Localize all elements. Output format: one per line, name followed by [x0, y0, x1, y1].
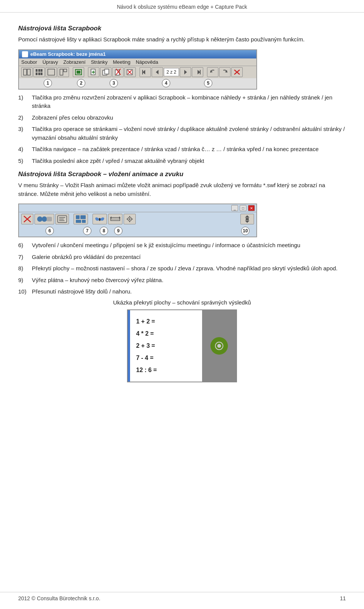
- svg-rect-5: [36, 73, 38, 75]
- list-num-2: 2): [18, 114, 32, 122]
- list-text-8: Překrytí plochy – možnosti nastavení – s…: [32, 264, 346, 273]
- list-text-7: Galerie obrázků pro vkládání do prezenta…: [32, 253, 346, 262]
- delete-page-btn[interactable]: [112, 67, 124, 77]
- section2-intro: V menu Stránky – Vložit Flash animaci mů…: [18, 181, 346, 198]
- grey-overlay: [202, 310, 236, 382]
- layout-btn4[interactable]: [58, 67, 69, 77]
- nav-prev-btn[interactable]: [152, 67, 163, 77]
- list-section-1: 1) Tlačítka pro změnu rozvržení zobrazen…: [18, 93, 346, 166]
- list-text-9: Výřez plátna – kruhový nebo čtvercový vý…: [32, 276, 346, 285]
- nav-last-btn[interactable]: [192, 67, 203, 77]
- layout-btn2[interactable]: [33, 67, 45, 77]
- overlay-resize-btn[interactable]: [108, 214, 122, 224]
- toolbar1-menubar[interactable]: Soubor Úpravy Zobrazení Stránky Meeting …: [19, 58, 256, 66]
- list-item-3: 3) Tlačítka pro operace se stránkami – v…: [18, 125, 346, 142]
- menu-napoveda[interactable]: Nápověda: [136, 59, 158, 65]
- svg-marker-58: [245, 215, 249, 218]
- page-footer: 2012 © Consulta Bürotechnik s.r.o. 11: [0, 592, 364, 601]
- list-num-8: 8): [18, 264, 32, 273]
- section2-title: Nástrojová lišta Scrapbook – vložení ani…: [18, 170, 346, 178]
- list-num-1: 1): [18, 93, 32, 110]
- svg-point-37: [42, 216, 47, 222]
- minimize-btn[interactable]: _: [231, 205, 238, 211]
- svg-rect-9: [60, 69, 63, 75]
- list-text-6: Vytvoření / ukončení meetingu / připojen…: [32, 241, 346, 250]
- num-label-1: 1: [44, 79, 52, 87]
- close-btn[interactable]: ✕: [248, 205, 255, 211]
- list-num-3: 3): [18, 125, 32, 142]
- svg-marker-59: [245, 221, 249, 223]
- math-content: 1 + 2 = 4 * 2 = 2 + 3 = 7 - 4 = 12 : 6 =: [130, 310, 202, 382]
- delete-obj-btn[interactable]: [231, 67, 243, 77]
- math-line-2: 4 * 2 =: [136, 328, 196, 340]
- duplicate-page-btn[interactable]: [100, 67, 111, 77]
- svg-rect-46: [82, 220, 86, 223]
- overlay-circle: [210, 337, 228, 355]
- svg-rect-6: [38, 73, 40, 75]
- num-label-4: 4: [162, 79, 170, 87]
- page-header: Návod k obsluze systému eBeam edge + Cap…: [0, 0, 364, 13]
- svg-marker-24: [143, 70, 145, 74]
- svg-point-47: [99, 218, 100, 221]
- menu-stranky[interactable]: Stránky: [91, 59, 108, 65]
- layout-btn1[interactable]: [21, 67, 33, 77]
- meeting-join-btn[interactable]: [35, 214, 54, 224]
- meeting-info-btn[interactable]: [55, 214, 69, 224]
- list-text-3: Tlačítka pro operace se stránkami – vlož…: [32, 125, 346, 142]
- menu-meeting[interactable]: Meeting: [113, 59, 130, 65]
- toolbar1-titlebar: eBeam Scrapbook: beze jména1: [19, 50, 256, 58]
- math-line-3: 2 + 3 =: [136, 340, 196, 352]
- list-num-5: 5): [18, 157, 32, 166]
- nav-first-btn[interactable]: [140, 67, 151, 77]
- list-text-5: Tlačítka poslední akce zpět / vpřed / sm…: [32, 157, 346, 166]
- menu-upravy[interactable]: Úpravy: [42, 59, 58, 65]
- section1-title: Nástrojová lišta Scrapbook: [18, 25, 346, 32]
- list-item-5: 5) Tlačítka poslední akce zpět / vpřed /…: [18, 157, 346, 166]
- menu-zobrazeni[interactable]: Zobrazení: [63, 59, 86, 65]
- num-label-7: 7: [83, 227, 91, 235]
- nav-page-text: 2 z 2: [164, 68, 179, 76]
- list-item-1: 1) Tlačítka pro změnu rozvržení zobrazen…: [18, 93, 346, 110]
- svg-rect-38: [47, 217, 52, 221]
- maximize-btn[interactable]: □: [240, 205, 246, 211]
- fullscreen-btn[interactable]: [73, 67, 84, 77]
- move-toolbar-btn[interactable]: [240, 214, 254, 224]
- overlay-settings-btn[interactable]: [124, 214, 136, 224]
- clear-page-btn[interactable]: [124, 67, 136, 77]
- num-label-2: 2: [77, 79, 85, 87]
- footer-left: 2012 © Consulta Bürotechnik s.r.o.: [18, 595, 100, 601]
- gallery-btn[interactable]: [74, 214, 88, 224]
- list-item-4: 4) Tlačítka navigace – na začátek prezen…: [18, 145, 346, 154]
- caption: Ukázka překrytí plochy – schování správn…: [18, 299, 346, 306]
- nav-next-btn[interactable]: [180, 67, 191, 77]
- new-page-btn[interactable]: [88, 67, 99, 77]
- list-num-6: 6): [18, 241, 32, 250]
- list-num-4: 4): [18, 145, 32, 154]
- footer-right: 11: [340, 595, 346, 601]
- math-screenshot: 1 + 2 = 4 * 2 = 2 + 3 = 7 - 4 = 12 : 6 =: [127, 309, 237, 382]
- list-num-9: 9): [18, 276, 32, 285]
- meeting-close-btn[interactable]: [21, 214, 33, 224]
- layout-btn3[interactable]: [46, 67, 57, 77]
- app-icon: [22, 51, 28, 57]
- math-line-5: 12 : 6 =: [136, 364, 196, 376]
- svg-marker-28: [198, 70, 200, 74]
- menu-soubor[interactable]: Soubor: [21, 59, 37, 65]
- redo-btn[interactable]: [219, 67, 231, 77]
- undo-btn[interactable]: [207, 67, 218, 77]
- list-section-2: 6) Vytvoření / ukončení meetingu / připo…: [18, 241, 346, 296]
- svg-rect-0: [24, 69, 27, 75]
- overlay-butterfly-btn[interactable]: [93, 214, 107, 224]
- toolbar1-title: eBeam Scrapbook: beze jména1: [30, 51, 106, 57]
- svg-rect-4: [41, 69, 42, 72]
- list-text-10: Přesunutí nástrojové lišty dolů / nahoru…: [32, 287, 346, 296]
- svg-rect-12: [77, 71, 80, 74]
- svg-rect-60: [246, 218, 249, 220]
- svg-rect-8: [48, 69, 55, 75]
- svg-marker-26: [156, 70, 158, 74]
- svg-point-36: [37, 216, 42, 222]
- num-label-3: 3: [110, 79, 118, 87]
- list-num-10: 10): [18, 287, 32, 296]
- svg-rect-43: [76, 215, 80, 219]
- list-item-6: 6) Vytvoření / ukončení meetingu / připo…: [18, 241, 346, 250]
